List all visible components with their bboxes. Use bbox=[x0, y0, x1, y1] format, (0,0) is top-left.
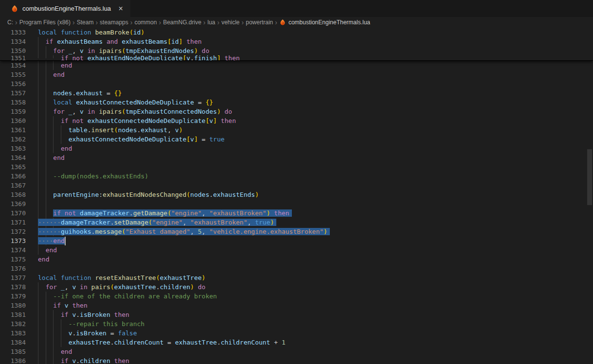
code-line[interactable]: 1383 v.isBroken = false bbox=[0, 329, 593, 338]
code-line[interactable]: 1350 for _, v in ipairs(tmpExhaustEndNod… bbox=[0, 46, 593, 55]
line-number[interactable]: 1333 bbox=[0, 28, 30, 37]
code-token: + bbox=[270, 339, 281, 346]
line-number[interactable]: 1386 bbox=[0, 356, 30, 364]
line-number[interactable]: 1371 bbox=[0, 218, 30, 227]
code-line[interactable]: 1333local function beamBroke(id) bbox=[0, 28, 593, 37]
code-line[interactable]: 1378 for _, v in pairs(exhaustTree.child… bbox=[0, 282, 593, 292]
line-number[interactable]: 1354 bbox=[0, 61, 30, 70]
line-number[interactable]: 1361 bbox=[0, 125, 30, 135]
line-number[interactable]: 1368 bbox=[0, 190, 30, 199]
code-line[interactable]: 1358 local exhaustConnectedNodeDeDuplica… bbox=[0, 98, 593, 107]
code-line[interactable]: 1369 bbox=[0, 199, 593, 208]
breadcrumb-item[interactable]: Steam bbox=[77, 19, 94, 26]
line-number[interactable]: 1385 bbox=[0, 347, 30, 356]
breadcrumb-item[interactable]: BeamNG.drive bbox=[163, 19, 201, 26]
code-line[interactable]: 1371······damageTracker.setDamage("engin… bbox=[0, 218, 593, 227]
line-number[interactable]: 1379 bbox=[0, 292, 30, 301]
code-line[interactable]: 1360 if not exhaustConnectedNodeDeDuplic… bbox=[0, 116, 593, 125]
line-number[interactable]: 1350 bbox=[0, 46, 30, 55]
code-line[interactable]: 1384 exhaustTree.childrenCount = exhaust… bbox=[0, 338, 593, 347]
code-line[interactable]: 1367 bbox=[0, 181, 593, 190]
line-number[interactable]: 1375 bbox=[0, 255, 30, 264]
code-line[interactable]: 1363 end bbox=[0, 144, 593, 153]
code-line[interactable]: 1375end bbox=[0, 255, 593, 264]
selection-highlight: ······guihooks.message("Exhaust damaged"… bbox=[38, 228, 330, 235]
code-line[interactable]: 1364 end bbox=[0, 153, 593, 162]
code-line[interactable]: 1382 --repair this branch bbox=[0, 319, 593, 329]
code-line[interactable]: 1368 parentEngine:exhaustEndNodesChanged… bbox=[0, 190, 593, 199]
code-line[interactable]: 1334 if exhaustBeams and exhaustBeams[id… bbox=[0, 37, 593, 46]
line-number[interactable]: 1381 bbox=[0, 310, 30, 319]
code-line[interactable]: 1359 for _, v in ipairs(tmpExhaustConnec… bbox=[0, 107, 593, 116]
line-number[interactable]: 1363 bbox=[0, 144, 30, 153]
line-number[interactable]: 1365 bbox=[0, 162, 30, 172]
code-line[interactable]: 1361 table.insert(nodes.exhaust, v) bbox=[0, 125, 593, 135]
line-number[interactable]: 1378 bbox=[0, 282, 30, 292]
breadcrumb-item[interactable]: common bbox=[134, 19, 157, 26]
code-line[interactable]: 1380 if v then bbox=[0, 301, 593, 310]
line-number[interactable]: 1356 bbox=[0, 79, 30, 88]
breadcrumb-item[interactable]: powertrain bbox=[246, 19, 273, 26]
indent-guide bbox=[38, 292, 38, 301]
code-line[interactable]: 1370 if not damageTracker.getDamage("eng… bbox=[0, 208, 593, 218]
tab-combustion-engine-thermals[interactable]: combustionEngineThermals.lua × bbox=[0, 0, 131, 17]
code-line[interactable]: 1362 exhaustConnectedNodeDeDuplicate[v] … bbox=[0, 135, 593, 144]
code-line[interactable]: 1354 end bbox=[0, 61, 593, 70]
code-line[interactable]: 1356 bbox=[0, 79, 593, 88]
scrollbar-thumb[interactable] bbox=[587, 149, 592, 205]
code-line[interactable]: 1379 --if one of the children are alread… bbox=[0, 292, 593, 301]
line-number[interactable]: 1376 bbox=[0, 264, 30, 273]
breadcrumb-item[interactable]: steamapps bbox=[100, 19, 128, 26]
code-line[interactable]: 1374 end bbox=[0, 245, 593, 255]
line-number[interactable]: 1366 bbox=[0, 172, 30, 181]
line-number[interactable]: 1359 bbox=[0, 107, 30, 116]
line-number[interactable]: 1355 bbox=[0, 70, 30, 79]
code-line[interactable]: 1386 if v.children then bbox=[0, 356, 593, 364]
breadcrumb-item[interactable]: lua bbox=[208, 19, 216, 26]
indent-guide bbox=[38, 135, 38, 144]
breadcrumb-file[interactable]: combustionEngineThermals.lua bbox=[279, 19, 370, 26]
code-line[interactable]: 1365 bbox=[0, 162, 593, 172]
line-number[interactable]: 1372 bbox=[0, 227, 30, 236]
line-number[interactable]: 1374 bbox=[0, 245, 30, 255]
line-number[interactable]: 1364 bbox=[0, 153, 30, 162]
code-line[interactable]: 1372······guihooks.message("Exhaust dama… bbox=[0, 227, 593, 236]
code-line[interactable]: 1357 nodes.exhaust = {} bbox=[0, 88, 593, 98]
code-line[interactable]: 1355 end bbox=[0, 70, 593, 79]
line-number[interactable]: 1367 bbox=[0, 181, 30, 190]
line-number[interactable]: 1370 bbox=[0, 208, 30, 218]
line-number[interactable]: 1382 bbox=[0, 319, 30, 329]
line-number[interactable]: 1380 bbox=[0, 301, 30, 310]
code-line[interactable]: 1351 if not exhaustEndNodeDeDuplicate[v.… bbox=[0, 55, 593, 60]
breadcrumb-item[interactable]: vehicle bbox=[221, 19, 239, 26]
code-line[interactable]: 1366 --dump(nodes.exhaustEnds) bbox=[0, 172, 593, 181]
line-number[interactable]: 1360 bbox=[0, 116, 30, 125]
code-line[interactable]: 1376 bbox=[0, 264, 593, 273]
line-number[interactable]: 1377 bbox=[0, 273, 30, 282]
line-number[interactable]: 1334 bbox=[0, 37, 30, 46]
breadcrumb: C:›Program Files (x86)›Steam›steamapps›c… bbox=[0, 17, 593, 28]
code-line[interactable]: 1385 end bbox=[0, 347, 593, 356]
line-number[interactable]: 1383 bbox=[0, 329, 30, 338]
code-token: end bbox=[46, 246, 57, 254]
close-tab-icon[interactable]: × bbox=[116, 4, 126, 14]
breadcrumb-item[interactable]: Program Files (x86) bbox=[19, 19, 71, 26]
line-number[interactable]: 1373 bbox=[0, 236, 30, 245]
code-token: insert bbox=[91, 126, 114, 134]
line-content: local function resetExhaustTree(exhaustT… bbox=[30, 273, 593, 282]
line-number[interactable]: 1357 bbox=[0, 88, 30, 98]
code-token: local bbox=[53, 99, 72, 106]
indent-guide bbox=[53, 125, 54, 135]
code-token: v bbox=[175, 126, 179, 134]
code-line[interactable]: 1377local function resetExhaustTree(exha… bbox=[0, 273, 593, 282]
line-number[interactable]: 1351 bbox=[0, 55, 30, 58]
line-number[interactable]: 1362 bbox=[0, 135, 30, 144]
line-number[interactable]: 1358 bbox=[0, 98, 30, 107]
code-token: if bbox=[53, 209, 61, 217]
code-line[interactable]: 1373····end bbox=[0, 236, 593, 245]
line-number[interactable]: 1369 bbox=[0, 199, 30, 208]
vertical-scrollbar[interactable] bbox=[586, 28, 593, 364]
breadcrumb-item[interactable]: C: bbox=[7, 19, 13, 26]
code-line[interactable]: 1381 if v.isBroken then bbox=[0, 310, 593, 319]
line-number[interactable]: 1384 bbox=[0, 338, 30, 347]
